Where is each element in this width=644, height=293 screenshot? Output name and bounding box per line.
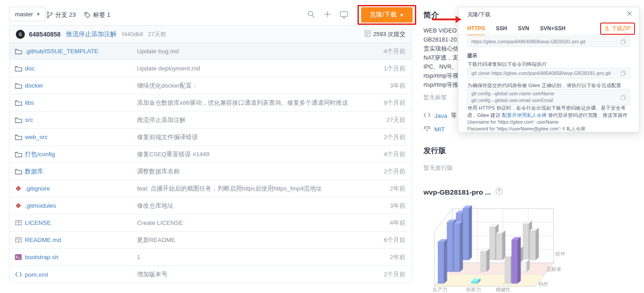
latest-commit-bar: 6 648540858 推流停止添加注解 f440db8 27天前 2593 次… (9, 26, 412, 43)
file-commit-time: 27天前 (365, 116, 412, 124)
branch-icon (47, 11, 53, 19)
table-row: docker 继续优化docker配置： 3年前 (9, 77, 412, 94)
annotation-arrow (432, 19, 456, 20)
git-icon (15, 185, 25, 192)
no-tags-text: 暂无标签 (423, 93, 447, 102)
file-commit-message[interactable]: 修复CSEQ重置错误 #1449 (137, 150, 365, 158)
file-commit-message[interactable]: 1 (137, 254, 365, 260)
git-config-name: git config --global user.name userName (471, 90, 554, 97)
commit-message-link[interactable]: 推流停止添加注解 (66, 30, 117, 38)
book-icon (15, 220, 25, 226)
example-username: Username for 'https://gitee.com': userNa… (467, 119, 631, 126)
copy-icon[interactable] (620, 70, 626, 76)
tab-svn+ssh[interactable]: SVN+SSH (540, 25, 565, 35)
clone-download-label: 克隆/下载 (370, 11, 397, 19)
file-commit-time: 6个月前 (365, 236, 412, 244)
license-link[interactable]: MIT (434, 126, 445, 133)
file-commit-time: 2年前 (365, 185, 412, 193)
plus-icon[interactable] (324, 10, 331, 20)
file-name-link[interactable]: pom.xml (25, 271, 137, 278)
file-name-link[interactable]: 打包/config (25, 150, 137, 158)
tab-svn[interactable]: SVN (518, 25, 529, 35)
file-commit-message[interactable]: Update bug.md (137, 48, 365, 55)
branches-link[interactable]: 分支 23 (47, 11, 76, 19)
download-zip-button[interactable]: 下载ZIP (600, 23, 635, 35)
branches-label: 分支 23 (55, 11, 76, 19)
file-commit-time: 4年前 (365, 219, 412, 227)
license-row: MIT (423, 125, 445, 133)
question-circle-icon[interactable]: ? (495, 187, 503, 197)
file-name-link[interactable]: .gitignore (25, 185, 137, 192)
tab-https[interactable]: HTTPS (467, 25, 485, 35)
clone-download-dialog: 克隆/下载 ✕ HTTPSSSHSVNSVN+SSH 下载ZIP https:/… (458, 7, 639, 132)
file-commit-time: 2个月前 (365, 133, 412, 141)
file-name-link[interactable]: .gitmodules (25, 202, 137, 209)
file-name-link[interactable]: src (25, 116, 137, 123)
language-link[interactable]: Java (434, 112, 447, 119)
file-commit-message[interactable]: 修复前端文件编译错误 (137, 133, 365, 141)
folder-icon (15, 100, 25, 106)
file-commit-message[interactable]: 继续优化docker配置： (137, 82, 365, 90)
table-row: pom.xml 增加版本号 2个月前 (9, 266, 412, 283)
annotation-arrow-head (456, 16, 461, 23)
table-row: README.md 更新README 6个月前 (9, 232, 412, 249)
clone-url-value: https://gitee.com/pan648540858/wvp-GB281… (471, 39, 585, 44)
file-commit-message[interactable]: feat: 点播开始后的截图任务，判断启用https后使用https_fmp4流… (137, 185, 365, 193)
git-config-commands[interactable]: git config --global user.name userName g… (467, 89, 630, 105)
table-row: .gitmodules 修改仓库地址 3年前 (9, 197, 412, 214)
chevron-down-icon: ▼ (400, 13, 404, 18)
folder-icon (15, 168, 25, 175)
search-icon[interactable] (307, 10, 315, 20)
folder-icon (15, 48, 25, 55)
file-commit-message[interactable]: Create LICENSE (137, 219, 365, 226)
clone-download-button[interactable]: 克隆/下载 ▼ (361, 7, 413, 23)
releases-title: 发行版 (423, 146, 446, 156)
file-name-link[interactable]: docker (25, 82, 137, 89)
clone-url-input[interactable]: https://gitee.com/pan648540858/wvp-GB281… (467, 36, 630, 47)
token-link[interactable]: 配置并使用私人令牌 (502, 112, 546, 118)
x-axis-label: 创新力 (466, 287, 481, 292)
table-row: 数据库 调整数据库名称 2个月前 (9, 163, 412, 180)
avatar[interactable]: 6 (16, 30, 25, 39)
table-row: bootstrap.sh 1 2年前 (9, 249, 412, 266)
table-row: .github/ISSUE_TEMPLATE Update bug.md 4个月… (9, 43, 412, 60)
file-commit-message[interactable]: 添加金仓数据库x86驱动，优化兼容接口通道列表查询。修复多个通道同时推送 (137, 99, 365, 107)
committer-name[interactable]: 648540858 (29, 31, 61, 38)
download-zip-label: 下载ZIP (611, 25, 631, 33)
chart-title: wvp-GB28181-pro ... (423, 188, 491, 196)
no-releases-text: 暂无发行版 (423, 164, 453, 172)
tags-label: 标签 1 (93, 11, 110, 19)
folder-icon (15, 83, 25, 89)
copy-icon[interactable] (620, 94, 626, 100)
file-name-link[interactable]: LICENSE (25, 219, 137, 226)
file-commit-message[interactable]: 修改仓库地址 (137, 202, 365, 210)
file-commit-message[interactable]: 调整数据库名称 (137, 167, 365, 176)
git-config-email: git config --global user.email userEmail (471, 97, 554, 104)
table-row: LICENSE Create LICENSE 4年前 (9, 214, 412, 232)
file-name-link[interactable]: web_src (25, 134, 137, 140)
file-commit-message[interactable]: 增加版本号 (137, 270, 365, 279)
repo-toolbar: master ▼ 分支 23 标签 1 克隆/下载 ▼ (0, 0, 418, 25)
file-name-link[interactable]: doc (25, 65, 137, 72)
folder-icon (15, 117, 25, 123)
x-axis-label: 稳健性 (496, 287, 511, 292)
commit-time: 27天前 (148, 30, 166, 38)
file-name-link[interactable]: libs (25, 99, 137, 106)
chart-title-row: wvp-GB28181-pro ... ? (423, 187, 503, 197)
branch-selector[interactable]: master ▼ (9, 7, 46, 21)
file-name-link[interactable]: .github/ISSUE_TEMPLATE (25, 48, 137, 55)
commits-count-link[interactable]: 2593 次提交 (365, 30, 405, 38)
chart-bar (480, 249, 489, 272)
close-icon[interactable]: ✕ (626, 9, 633, 19)
file-name-link[interactable]: README.md (25, 237, 137, 243)
copy-icon[interactable] (620, 39, 626, 45)
git-clone-command[interactable]: git clone https://gitee.com/pan648540858… (467, 68, 630, 79)
file-commit-message[interactable]: 更新README (137, 236, 365, 244)
file-commit-message[interactable]: Update deployment.md (137, 65, 365, 72)
tab-ssh[interactable]: SSH (496, 25, 507, 35)
file-name-link[interactable]: 数据库 (25, 167, 137, 176)
tags-link[interactable]: 标签 1 (84, 11, 110, 19)
file-commit-message[interactable]: 推流停止添加注解 (137, 116, 365, 124)
monitor-icon[interactable] (340, 11, 348, 20)
file-name-link[interactable]: bootstrap.sh (25, 254, 137, 260)
